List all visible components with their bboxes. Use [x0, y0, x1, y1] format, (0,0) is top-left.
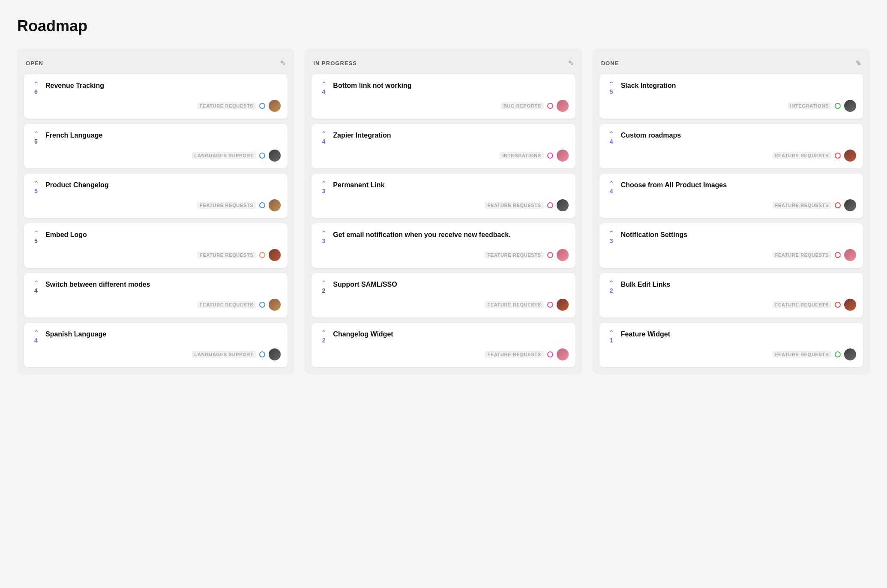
vote-count-bottom-link: 4	[322, 89, 325, 95]
status-dot-revenue-tracking	[259, 103, 265, 109]
vote-section-zapier-integration[interactable]: ⌃ 4	[318, 131, 329, 144]
upvote-icon-product-changelog[interactable]: ⌃	[33, 180, 39, 187]
vote-section-product-changelog[interactable]: ⌃ 5	[31, 180, 41, 194]
card-title-custom-roadmaps: Custom roadmaps	[621, 131, 856, 140]
card-tag-saml-sso: FEATURE REQUESTS	[485, 301, 543, 308]
vote-count-changelog-widget: 2	[322, 337, 325, 343]
upvote-icon-slack-integration[interactable]: ⌃	[608, 81, 614, 88]
upvote-icon-saml-sso[interactable]: ⌃	[321, 280, 327, 287]
upvote-icon-custom-roadmaps[interactable]: ⌃	[608, 131, 614, 138]
upvote-icon-feature-widget[interactable]: ⌃	[608, 330, 614, 336]
vote-count-spanish-language: 4	[34, 337, 38, 343]
card-email-notification[interactable]: ⌃ 3 Get email notification when you rece…	[312, 223, 575, 268]
upvote-icon-notification-settings[interactable]: ⌃	[608, 230, 614, 237]
card-bottom-link[interactable]: ⌃ 4 Bottom link not working BUG REPORTS	[312, 74, 575, 119]
vote-section-revenue-tracking[interactable]: ⌃ 6	[31, 81, 41, 95]
card-title-switch-modes: Switch between different modes	[45, 280, 281, 289]
status-dot-spanish-language	[259, 351, 265, 357]
vote-section-bulk-edit-links[interactable]: ⌃ 2	[606, 280, 617, 294]
card-tag-changelog-widget: FEATURE REQUESTS	[485, 351, 543, 358]
card-tag-slack-integration: INTEGRATIONS	[788, 102, 831, 109]
upvote-icon-bottom-link[interactable]: ⌃	[321, 81, 327, 88]
avatar-choose-all-images	[844, 199, 856, 211]
card-revenue-tracking[interactable]: ⌃ 6 Revenue Tracking FEATURE REQUESTS	[24, 74, 288, 119]
vote-count-product-changelog: 5	[34, 188, 38, 194]
card-title-choose-all-images: Choose from All Product Images	[621, 180, 856, 190]
status-dot-switch-modes	[259, 302, 265, 308]
status-dot-email-notification	[547, 252, 553, 258]
vote-section-saml-sso[interactable]: ⌃ 2	[318, 280, 329, 294]
vote-section-spanish-language[interactable]: ⌃ 4	[31, 330, 41, 343]
upvote-icon-permanent-link[interactable]: ⌃	[321, 180, 327, 187]
card-tag-email-notification: FEATURE REQUESTS	[485, 252, 543, 258]
avatar-email-notification	[557, 249, 569, 261]
column-edit-icon-done[interactable]: ✎	[856, 59, 861, 67]
avatar-notification-settings	[844, 249, 856, 261]
card-title-product-changelog: Product Changelog	[45, 180, 281, 190]
upvote-icon-spanish-language[interactable]: ⌃	[33, 330, 39, 336]
card-tag-embed-logo: FEATURE REQUESTS	[197, 252, 256, 258]
vote-count-notification-settings: 3	[610, 238, 613, 244]
avatar-zapier-integration	[557, 150, 569, 162]
card-french-language[interactable]: ⌃ 5 French Language LANGUAGES SUPPORT	[24, 124, 288, 168]
upvote-icon-revenue-tracking[interactable]: ⌃	[33, 81, 39, 88]
upvote-icon-email-notification[interactable]: ⌃	[321, 230, 327, 237]
upvote-icon-switch-modes[interactable]: ⌃	[33, 280, 39, 287]
card-title-embed-logo: Embed Logo	[45, 230, 281, 240]
vote-count-feature-widget: 1	[610, 337, 613, 343]
upvote-icon-bulk-edit-links[interactable]: ⌃	[608, 280, 614, 287]
card-permanent-link[interactable]: ⌃ 3 Permanent Link FEATURE REQUESTS	[312, 174, 575, 218]
vote-count-embed-logo: 5	[34, 238, 38, 244]
column-edit-icon-in-progress[interactable]: ✎	[568, 59, 574, 67]
card-notification-settings[interactable]: ⌃ 3 Notification Settings FEATURE REQUES…	[599, 223, 863, 268]
card-saml-sso[interactable]: ⌃ 2 Support SAML/SSO FEATURE REQUESTS	[312, 273, 575, 318]
card-product-changelog[interactable]: ⌃ 5 Product Changelog FEATURE REQUESTS	[24, 174, 288, 218]
card-tag-choose-all-images: FEATURE REQUESTS	[773, 202, 831, 209]
card-switch-modes[interactable]: ⌃ 4 Switch between different modes FEATU…	[24, 273, 288, 318]
card-choose-all-images[interactable]: ⌃ 4 Choose from All Product Images FEATU…	[599, 174, 863, 218]
avatar-revenue-tracking	[269, 100, 281, 112]
vote-section-email-notification[interactable]: ⌃ 3	[318, 230, 329, 244]
vote-count-permanent-link: 3	[322, 188, 325, 194]
vote-section-choose-all-images[interactable]: ⌃ 4	[606, 180, 617, 194]
card-zapier-integration[interactable]: ⌃ 4 Zapier Integration INTEGRATIONS	[312, 124, 575, 168]
card-custom-roadmaps[interactable]: ⌃ 4 Custom roadmaps FEATURE REQUESTS	[599, 124, 863, 168]
card-bulk-edit-links[interactable]: ⌃ 2 Bulk Edit Links FEATURE REQUESTS	[599, 273, 863, 318]
upvote-icon-zapier-integration[interactable]: ⌃	[321, 131, 327, 138]
card-feature-widget[interactable]: ⌃ 1 Feature Widget FEATURE REQUESTS	[599, 323, 863, 367]
upvote-icon-changelog-widget[interactable]: ⌃	[321, 330, 327, 336]
vote-section-notification-settings[interactable]: ⌃ 3	[606, 230, 617, 244]
card-tag-permanent-link: FEATURE REQUESTS	[485, 202, 543, 209]
vote-section-slack-integration[interactable]: ⌃ 5	[606, 81, 617, 95]
card-title-notification-settings: Notification Settings	[621, 230, 856, 240]
vote-section-embed-logo[interactable]: ⌃ 5	[31, 230, 41, 244]
card-embed-logo[interactable]: ⌃ 5 Embed Logo FEATURE REQUESTS	[24, 223, 288, 268]
avatar-bulk-edit-links	[844, 299, 856, 311]
card-title-bulk-edit-links: Bulk Edit Links	[621, 280, 856, 289]
card-title-permanent-link: Permanent Link	[333, 180, 568, 190]
column-edit-icon-open[interactable]: ✎	[280, 59, 286, 67]
card-tag-product-changelog: FEATURE REQUESTS	[197, 202, 256, 209]
status-dot-slack-integration	[835, 103, 841, 109]
upvote-icon-french-language[interactable]: ⌃	[33, 131, 39, 138]
card-tag-spanish-language: LANGUAGES SUPPORT	[192, 351, 256, 358]
vote-section-permanent-link[interactable]: ⌃ 3	[318, 180, 329, 194]
vote-section-custom-roadmaps[interactable]: ⌃ 4	[606, 131, 617, 144]
vote-section-bottom-link[interactable]: ⌃ 4	[318, 81, 329, 95]
card-spanish-language[interactable]: ⌃ 4 Spanish Language LANGUAGES SUPPORT	[24, 323, 288, 367]
vote-section-french-language[interactable]: ⌃ 5	[31, 131, 41, 144]
vote-count-slack-integration: 5	[610, 89, 613, 95]
upvote-icon-choose-all-images[interactable]: ⌃	[608, 180, 614, 187]
vote-section-switch-modes[interactable]: ⌃ 4	[31, 280, 41, 294]
column-title-done: DONE	[601, 60, 619, 66]
card-slack-integration[interactable]: ⌃ 5 Slack Integration INTEGRATIONS	[599, 74, 863, 119]
vote-section-changelog-widget[interactable]: ⌃ 2	[318, 330, 329, 343]
avatar-bottom-link	[557, 100, 569, 112]
vote-section-feature-widget[interactable]: ⌃ 1	[606, 330, 617, 343]
avatar-slack-integration	[844, 100, 856, 112]
card-changelog-widget[interactable]: ⌃ 2 Changelog Widget FEATURE REQUESTS	[312, 323, 575, 367]
card-title-revenue-tracking: Revenue Tracking	[45, 81, 281, 90]
card-title-spanish-language: Spanish Language	[45, 330, 281, 339]
avatar-switch-modes	[269, 299, 281, 311]
upvote-icon-embed-logo[interactable]: ⌃	[33, 230, 39, 237]
